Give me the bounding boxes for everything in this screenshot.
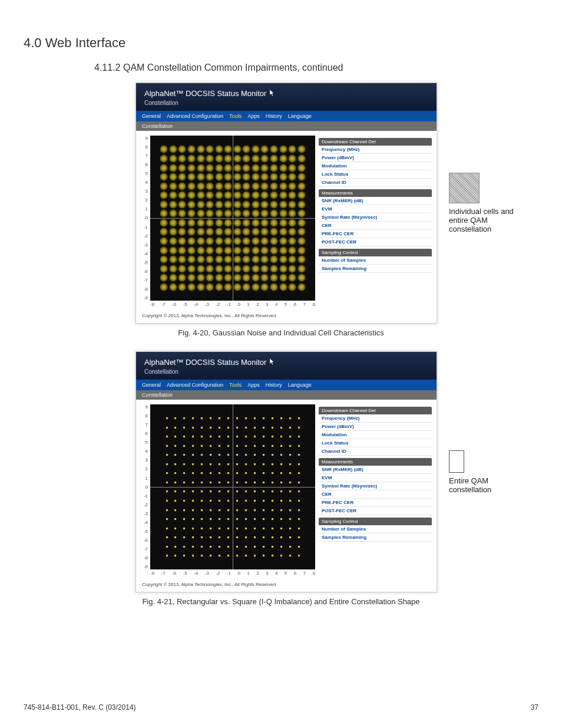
y-axis-ticks: 9876543210-1-2-3-4-5-6-7-8-9 bbox=[141, 404, 148, 569]
cursor-icon bbox=[270, 90, 276, 98]
row-frequency: Frequency (MHz) bbox=[319, 414, 432, 423]
row-power: Power (dBmV) bbox=[319, 154, 432, 162]
subsection-heading: 4.11.2 QAM Constellation Common Impairme… bbox=[94, 62, 538, 73]
nav-general[interactable]: General bbox=[142, 113, 161, 119]
side-panel: Downstream Channel Det Frequency (MHz) P… bbox=[319, 404, 432, 576]
section-sampling-control: Sampling Control bbox=[319, 249, 432, 256]
row-modulation: Modulation bbox=[319, 431, 432, 439]
row-lock-status: Lock Status bbox=[319, 170, 432, 179]
row-pre-fec-cer: PRE-FEC CER bbox=[319, 230, 432, 238]
callout-fig-4-20: Individual cells and entire QAM constell… bbox=[449, 173, 531, 233]
section-downstream-channel: Downstream Channel Det bbox=[319, 407, 432, 414]
tab-constellation[interactable]: Constellation bbox=[136, 121, 437, 131]
row-samples-remaining: Samples Remaining bbox=[319, 533, 432, 542]
copyright-line: Copyright © 2013, Alpha Technologies, In… bbox=[136, 578, 437, 592]
row-modulation: Modulation bbox=[319, 162, 432, 170]
nav-language[interactable]: Language bbox=[288, 113, 312, 119]
constellation-plot-gaussian bbox=[150, 136, 315, 301]
nav-history[interactable]: History bbox=[266, 382, 282, 388]
app-title: AlphaNet™ DOCSIS Status Monitor bbox=[144, 358, 428, 367]
nav-tools[interactable]: Tools bbox=[229, 382, 242, 388]
row-power: Power (dBmV) bbox=[319, 423, 432, 431]
screenshot-fig-4-21: AlphaNet™ DOCSIS Status Monitor Constell… bbox=[135, 351, 437, 592]
row-number-of-samples: Number of Samples bbox=[319, 256, 432, 265]
nav-general[interactable]: General bbox=[142, 382, 161, 388]
row-symbol-rate: Symbol Rate (Msym/sec) bbox=[319, 213, 432, 222]
tab-constellation[interactable]: Constellation bbox=[136, 390, 437, 400]
cursor-icon bbox=[270, 358, 276, 367]
section-sampling-control: Sampling Control bbox=[319, 518, 432, 525]
section-heading: 4.0 Web Interface bbox=[24, 35, 538, 51]
section-measurements: Measurements bbox=[319, 189, 432, 197]
nav-history[interactable]: History bbox=[266, 113, 282, 119]
row-post-fec-cer: POST-FEC CER bbox=[319, 238, 432, 246]
thumb-noise-cell bbox=[449, 173, 480, 203]
screenshot-fig-4-20: AlphaNet™ DOCSIS Status Monitor Constell… bbox=[135, 83, 437, 324]
x-axis-ticks: -8-7-6-5-4-3-2-1012345678 bbox=[150, 301, 315, 307]
row-evm: EVM bbox=[319, 474, 432, 482]
nav-advanced-config[interactable]: Advanced Configuration bbox=[167, 113, 223, 119]
side-panel: Downstream Channel Det Frequency (MHz) P… bbox=[319, 136, 432, 307]
thumb-rectangle bbox=[449, 450, 464, 473]
figure-caption-4-20: Fig. 4-20, Gaussian Noise and Individual… bbox=[24, 328, 538, 337]
x-axis-ticks: -8-7-6-5-4-3-2-1012345678 bbox=[150, 569, 315, 576]
row-evm: EVM bbox=[319, 205, 432, 213]
y-axis-ticks: 9876543210-1-2-3-4-5-6-7-8-9 bbox=[141, 136, 148, 301]
callout-text: Individual cells and entire QAM constell… bbox=[449, 207, 531, 233]
row-samples-remaining: Samples Remaining bbox=[319, 265, 432, 273]
section-measurements: Measurements bbox=[319, 458, 432, 466]
row-symbol-rate: Symbol Rate (Msym/sec) bbox=[319, 482, 432, 490]
copyright-line: Copyright © 2013, Alpha Technologies, In… bbox=[136, 309, 437, 323]
nav-apps[interactable]: Apps bbox=[247, 113, 260, 119]
nav-language[interactable]: Language bbox=[288, 382, 312, 388]
app-subtitle: Constellation bbox=[144, 100, 428, 106]
row-lock-status: Lock Status bbox=[319, 439, 432, 447]
nav-apps[interactable]: Apps bbox=[247, 382, 260, 388]
row-number-of-samples: Number of Samples bbox=[319, 525, 432, 533]
row-snr: SNR (RxMER) (dB) bbox=[319, 197, 432, 205]
section-downstream-channel: Downstream Channel Det bbox=[319, 138, 432, 146]
constellation-plot-iq-imbalance bbox=[150, 404, 315, 569]
app-subtitle: Constellation bbox=[144, 368, 428, 375]
row-channel-id: Channel ID bbox=[319, 179, 432, 187]
nav-tools[interactable]: Tools bbox=[229, 113, 242, 119]
row-snr: SNR (RxMER) (dB) bbox=[319, 466, 432, 474]
callout-fig-4-21: Entire QAM constellation bbox=[449, 450, 531, 494]
row-cer: CER bbox=[319, 222, 432, 230]
row-frequency: Frequency (MHz) bbox=[319, 146, 432, 154]
nav-advanced-config[interactable]: Advanced Configuration bbox=[167, 382, 223, 388]
footer-doc-id: 745-814-B11-001, Rev. C (03/2014) bbox=[24, 703, 136, 711]
callout-text: Entire QAM constellation bbox=[449, 476, 531, 494]
figure-caption-4-21: Fig. 4-21, Rectangular vs. Square (I-Q I… bbox=[24, 597, 538, 606]
row-cer: CER bbox=[319, 490, 432, 499]
row-pre-fec-cer: PRE-FEC CER bbox=[319, 499, 432, 507]
app-title: AlphaNet™ DOCSIS Status Monitor bbox=[144, 89, 428, 98]
row-post-fec-cer: POST-FEC CER bbox=[319, 507, 432, 515]
navbar: General Advanced Configuration Tools App… bbox=[136, 111, 437, 121]
navbar: General Advanced Configuration Tools App… bbox=[136, 380, 437, 390]
footer-page-number: 37 bbox=[531, 703, 538, 711]
row-channel-id: Channel ID bbox=[319, 447, 432, 456]
